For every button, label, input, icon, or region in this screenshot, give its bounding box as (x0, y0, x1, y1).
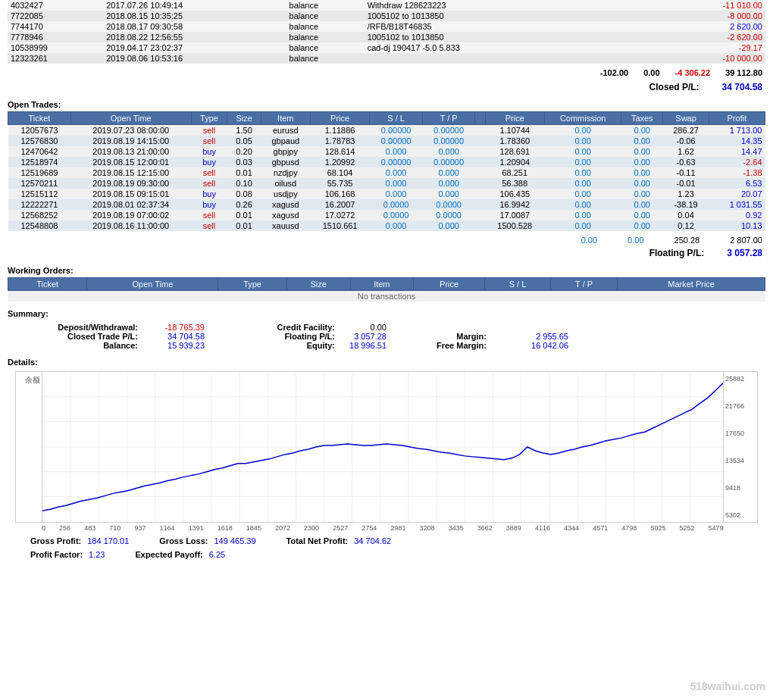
no-transactions-row: No transactions (8, 291, 765, 302)
open-trades-cell: 0.10 (227, 178, 261, 189)
open-trades-cell: xauusd (261, 220, 310, 231)
history-cell (624, 0, 637, 11)
open-trades-cell: sell (191, 167, 227, 178)
open-trades-col-header: Price (310, 112, 369, 125)
open-trades-cell: sell (191, 210, 227, 220)
open-trades-cell: 0.00 (621, 167, 663, 178)
open-trades-cell: 2019.07.23 08:00:00 (70, 125, 191, 136)
open-trades-cell: 2019.08.16 11:00:00 (70, 220, 191, 231)
open-trades-cell: -0.63 (663, 157, 709, 167)
history-cell (637, 32, 650, 42)
chart-x-label: 2981 (390, 524, 405, 532)
history-cell: -29.17 (664, 42, 765, 53)
floating-pl-label: Floating P/L: (649, 248, 705, 258)
no-transactions-text: No transactions (8, 291, 765, 302)
open-trades-cell: 0.000 (370, 146, 423, 157)
open-trades-cell: eurusd (261, 125, 310, 136)
open-trades-cell: 0.000 (422, 220, 475, 231)
open-trades-cell: 0.00 (621, 210, 663, 220)
history-cell: /RFB/B18T46835 (365, 21, 584, 32)
open-trades-row: 122222712019.08.01 02:37:34buy0.26xagusd… (8, 199, 765, 210)
working-orders-col-header: Price (414, 278, 485, 291)
history-cell: cad-dj 190417 -5.0 5.833 (365, 42, 584, 53)
history-cell: -8 000.00 (664, 11, 765, 21)
open-trades-cell (475, 157, 485, 167)
open-trades-cell: -0.01 (663, 178, 709, 189)
history-cell: -2 620.00 (664, 32, 765, 42)
history-cell: balance (286, 11, 365, 21)
open-trades-cell: 0.00 (621, 125, 663, 136)
history-cell (583, 53, 596, 64)
chart-x-label: 5252 (680, 524, 695, 532)
summary-table: Deposit/Withdrawal: -18 765.39 Credit Fa… (23, 323, 568, 350)
history-cell: 2018.08.22 12:56:55 (103, 32, 286, 42)
summary-header: Summary: (8, 309, 765, 318)
chart-x-label: 2754 (361, 524, 377, 532)
open-trades-cell: 0.00000 (422, 125, 475, 136)
open-trades-cell: 128.614 (310, 146, 369, 157)
chart-x-label: 710 (109, 524, 120, 532)
open-trades-cell: 0.26 (227, 199, 261, 210)
margin-value: 2 955.65 (493, 332, 568, 341)
history-cell: 2018.08.15 10:35:25 (103, 11, 286, 21)
history-table: 40324272017.07.26 10:49:14balanceWithdra… (8, 0, 765, 64)
chart-x-label: 2072 (275, 524, 290, 532)
history-cell (637, 0, 650, 11)
chart-y-left: 余额 (16, 372, 42, 522)
chart-x-label: 3208 (420, 524, 435, 532)
working-orders-col-header: S / L (484, 278, 550, 291)
open-trades-cell: 0.00 (621, 157, 663, 167)
chart-x-label: 4116 (535, 524, 550, 532)
open-trades-row: 125682522019.08.19 07:00:02sell0.01xagus… (8, 210, 765, 220)
history-cell (624, 21, 637, 32)
history-cell (624, 32, 637, 42)
open-trades-cell: 0.000 (422, 146, 475, 157)
open-trades-col-header: Item (261, 112, 310, 125)
history-cell (610, 42, 624, 53)
open-trades-cell: gbpusd (261, 157, 310, 167)
open-trades-cell: gbpjpy (261, 146, 310, 157)
open-trades-cell: 17.0272 (310, 210, 369, 220)
open-trades-cell: 1 031.55 (709, 199, 765, 210)
equity-value: 18 996.51 (341, 341, 417, 350)
open-trades-header: Open Trades: (8, 100, 765, 109)
history-cell (637, 11, 650, 21)
open-trades-cell: oilusd (261, 178, 310, 189)
history-cell: 2018.08.17 09:30:58 (103, 21, 286, 32)
history-cell (596, 32, 610, 42)
chart-x-label: 1391 (189, 524, 204, 532)
history-cell (610, 11, 624, 21)
open-trades-cell (475, 136, 485, 146)
total-col2: 0.00 (643, 68, 659, 77)
open-trades-cell: 0.0000 (370, 199, 423, 210)
open-trades-cell: 0.00 (545, 178, 621, 189)
open-trades-cell: 1.10744 (485, 125, 544, 136)
chart-y-right: 2588221766176501353494185302 (723, 372, 757, 522)
margin-label: Margin: (417, 332, 493, 341)
open-trades-cell: 68.251 (485, 167, 544, 178)
history-cell (583, 0, 596, 11)
open-trades-col-header: Type (191, 112, 227, 125)
open-trades-cell: -0.06 (663, 136, 709, 146)
open-trades-cell: 0.00 (545, 125, 621, 136)
history-cell: 12323261 (8, 53, 103, 64)
open-trades-cell: 0.000 (370, 178, 423, 189)
history-totals-row: -102.00 0.00 -4 306.22 39 112.80 (8, 67, 765, 79)
open-trades-cell: 0.00000 (422, 157, 475, 167)
history-cell (624, 42, 637, 53)
chart-x-label: 4798 (621, 524, 637, 532)
total-net-item: Total Net Profit: 34 704.62 (286, 536, 392, 545)
open-trades-cell: sell (191, 136, 227, 146)
open-trades-cell: 0.00 (545, 210, 621, 220)
history-cell: 2019.04.17 23:02:37 (103, 42, 286, 53)
open-trades-cell: sell (191, 178, 227, 189)
open-trades-cell: 1 713.00 (709, 125, 765, 136)
gross-profit-item: Gross Profit: 184 170.01 (30, 536, 129, 545)
open-trades-cell: 0.00 (545, 136, 621, 146)
gross-loss-label: Gross Loss: (159, 536, 208, 545)
open-trades-cell: 12576830 (8, 136, 71, 146)
summary-floating-value: 3 057.28 (341, 332, 417, 341)
open-trades-cell: 0.000 (422, 178, 475, 189)
open-trades-col-header: S / L (370, 112, 423, 125)
closed-pl-row: Closed P/L: 34 704.58 (8, 80, 765, 94)
